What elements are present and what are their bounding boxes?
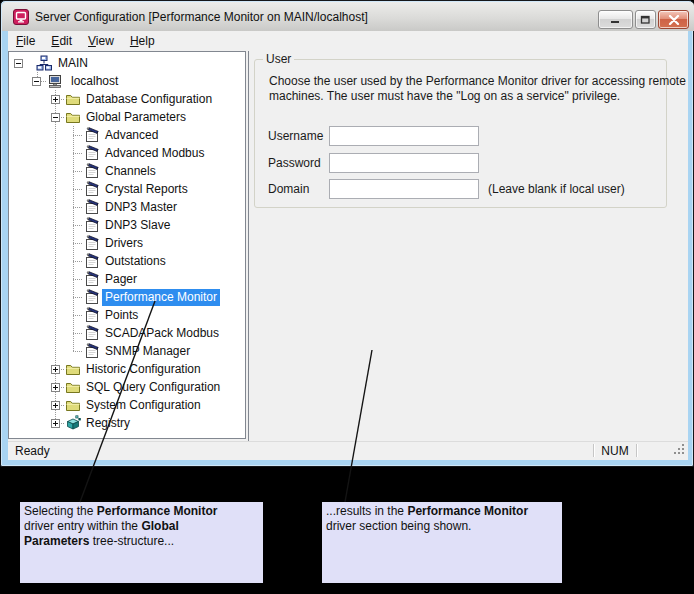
tree-guide-line [73, 225, 83, 226]
registry-icon [65, 415, 81, 431]
app-icon [13, 9, 29, 25]
tree-item-dnp3-master[interactable]: DNP3 Master [105, 199, 177, 216]
config-tree: MAINlocalhostDatabase ConfigurationGloba… [8, 51, 246, 439]
tree-guide-line [73, 297, 83, 298]
menu-view[interactable]: View [80, 31, 122, 50]
tree-item-snmp-manager[interactable]: SNMP Manager [105, 343, 190, 360]
username-field[interactable] [329, 126, 479, 146]
callout-right: ...results in the Performance Monitordri… [322, 502, 562, 583]
status-separator [593, 444, 594, 457]
form-icon [84, 235, 100, 251]
folder-icon [65, 109, 81, 125]
tree-item-points[interactable]: Points [105, 307, 138, 324]
tree-guide-line [73, 207, 83, 208]
tree-guide-line [73, 171, 83, 172]
tree-item-sql-query-configuration[interactable]: SQL Query Configuration [86, 379, 220, 396]
callout-text-line: driver section being shown. [326, 519, 558, 534]
groupbox-title: User [263, 52, 294, 66]
tree-item-registry[interactable]: Registry [86, 415, 130, 432]
callout-text-line: ...results in the Performance Monitor [326, 504, 558, 519]
user-description: Choose the user used by the Performance … [269, 74, 686, 104]
tree-item-main[interactable]: MAIN [58, 55, 88, 72]
username-label: Username [268, 126, 323, 146]
expand-icon[interactable] [51, 365, 60, 374]
domain-label: Domain [268, 179, 309, 199]
tree-item-channels[interactable]: Channels [105, 163, 156, 180]
tree-guide-line [73, 126, 74, 351]
tree-guide-line [73, 351, 83, 352]
tree-guide-line [73, 279, 83, 280]
expand-icon[interactable] [51, 401, 60, 410]
form-icon [84, 289, 100, 305]
expand-icon[interactable] [51, 383, 60, 392]
status-bar: Ready NUM [8, 441, 688, 460]
tree-guide-line [73, 315, 83, 316]
folder-icon [65, 397, 81, 413]
tree-item-global-parameters[interactable]: Global Parameters [86, 109, 186, 126]
minimize-button[interactable] [598, 10, 633, 29]
description-line-1: Choose the user used by the Performance … [269, 74, 686, 89]
num-lock-indicator: NUM [597, 444, 633, 458]
form-icon [84, 163, 100, 179]
expand-icon[interactable] [51, 95, 60, 104]
form-icon [84, 127, 100, 143]
tree-item-advanced[interactable]: Advanced [105, 127, 158, 144]
collapse-icon[interactable] [14, 59, 23, 68]
form-icon [84, 181, 100, 197]
tree-item-drivers[interactable]: Drivers [105, 235, 143, 252]
form-icon [84, 307, 100, 323]
tree-guide-line [73, 243, 83, 244]
computer-icon [47, 73, 63, 89]
form-icon [84, 253, 100, 269]
tree-item-localhost[interactable]: localhost [71, 73, 118, 90]
close-button[interactable] [658, 10, 689, 29]
form-icon [84, 325, 100, 341]
status-separator [636, 444, 637, 457]
form-icon [84, 343, 100, 359]
settings-panel: User Choose the user used by the Perform… [248, 51, 688, 441]
tree-guide-line [73, 261, 83, 262]
tree-guide-line [73, 153, 83, 154]
tree-item-crystal-reports[interactable]: Crystal Reports [105, 181, 188, 198]
form-icon [84, 271, 100, 287]
expand-icon[interactable] [51, 419, 60, 428]
collapse-icon[interactable] [32, 77, 41, 86]
folder-icon [65, 379, 81, 395]
callout-text-line: Parameters tree-structure... [24, 534, 259, 549]
domain-field[interactable] [329, 179, 479, 199]
client-area: FileEditViewHelp MAINlocalhostDatabase C… [8, 31, 688, 460]
tree-item-performance-monitor[interactable]: Performance Monitor [102, 289, 220, 306]
maximize-button[interactable] [635, 10, 656, 29]
tree-item-advanced-modbus[interactable]: Advanced Modbus [105, 145, 204, 162]
callout-text-line: Selecting the Performance Monitor [24, 504, 259, 519]
menu-help[interactable]: Help [122, 31, 163, 50]
collapse-icon[interactable] [51, 113, 60, 122]
tree-item-historic-configuration[interactable]: Historic Configuration [86, 361, 201, 378]
callout-left: Selecting the Performance Monitordriver … [20, 502, 263, 583]
window-title: Server Configuration [Performance Monito… [35, 10, 368, 24]
tree-item-scadapack-modbus[interactable]: SCADAPack Modbus [105, 325, 219, 342]
tree-item-dnp3-slave[interactable]: DNP3 Slave [105, 217, 170, 234]
tree-item-system-configuration[interactable]: System Configuration [86, 397, 201, 414]
tree-item-pager[interactable]: Pager [105, 271, 137, 288]
password-field[interactable] [329, 153, 479, 173]
status-text: Ready [15, 444, 50, 458]
menu-file[interactable]: File [8, 31, 43, 50]
callout-text-line: driver entry within the Global [24, 519, 259, 534]
folder-icon [65, 361, 81, 377]
main-area: MAINlocalhostDatabase ConfigurationGloba… [8, 51, 688, 441]
network-icon [36, 55, 52, 71]
title-bar[interactable]: Server Configuration [Performance Monito… [2, 2, 694, 31]
form-icon [84, 145, 100, 161]
app-window: Server Configuration [Performance Monito… [0, 0, 694, 467]
form-icon [84, 199, 100, 215]
resize-grip[interactable] [672, 442, 685, 458]
tree-guide-line [73, 333, 83, 334]
password-label: Password [268, 153, 321, 173]
form-icon [84, 217, 100, 233]
menu-edit[interactable]: Edit [43, 31, 80, 50]
tree-guide-line [73, 135, 83, 136]
tree-item-database-configuration[interactable]: Database Configuration [86, 91, 212, 108]
tree-item-outstations[interactable]: Outstations [105, 253, 166, 270]
description-line-2: machines. The user must have the "Log on… [269, 89, 686, 104]
